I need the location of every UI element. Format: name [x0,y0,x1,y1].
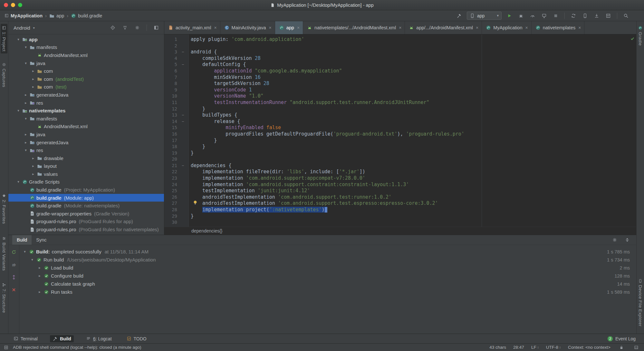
tree-row-build-gradle-module-app[interactable]: build.gradle(Module: app) [8,194,164,202]
tree-row-build-gradle-project-myapplication[interactable]: build.gradle(Project: MyApplication) [8,186,164,194]
fold-marker[interactable]: − [177,49,188,55]
restart-build-button[interactable] [10,248,18,256]
profile-button[interactable] [529,12,536,20]
attach-debugger-button[interactable] [540,12,548,20]
event-log-button[interactable]: 2 Event Log [608,336,636,341]
status-item-28-47[interactable]: 28:47 [513,345,524,350]
collapse-tree-button[interactable] [121,24,129,32]
toolwindow-button-7-structure[interactable]: 7: Structure [1,281,7,315]
tree-row-manifests[interactable]: ▾manifests [8,115,164,123]
run-configuration-selector[interactable]: app▾ [467,12,502,20]
toolwindow-button-build[interactable]: Build [50,335,74,342]
toolwindow-button-1-project[interactable]: 1: Project [1,24,7,53]
tree-row-generatedjava[interactable]: ▸generatedJava [8,138,164,147]
chevron-right-icon[interactable]: ▸ [24,132,28,137]
tree-row-androidmanifest-xml[interactable]: AndroidManifest.xml [8,51,164,59]
breadcrumb-item-myapplication[interactable]: MyApplication [5,13,43,18]
locate-file-button[interactable] [109,24,117,32]
editor[interactable]: 123−45−678910111213−14−15161718192021−22… [164,34,636,227]
code-line[interactable]: } [191,213,636,220]
tree-row-com-test[interactable]: ▸com(test) [8,83,164,91]
tree-row-nativetemplates[interactable]: ▾nativetemplates [8,107,164,115]
fold-marker[interactable]: − [177,119,188,125]
chevron-down-icon[interactable]: ▾ [16,180,21,184]
close-tab-icon[interactable]: × [269,25,271,30]
chevron-down-icon[interactable]: ▾ [24,61,28,65]
collapse-all-button[interactable] [623,236,631,244]
code-line[interactable]: release { [191,119,636,125]
code-line[interactable]: defaultConfig { [191,62,636,68]
chevron-down-icon[interactable]: ▾ [16,37,21,42]
code-line[interactable]: } [191,150,636,157]
toolwindow-button-device-file-explorer[interactable]: Device File Explorer [637,277,644,328]
editor-tab-nativetemplates-androidmanifest-xml[interactable]: nativetemplates/.../AndroidManifest.xml× [303,21,405,34]
chevron-down-icon[interactable]: ▾ [23,250,27,254]
chevron-right-icon[interactable]: ▸ [31,77,35,81]
editor-breadcrumb[interactable]: dependencies{} [191,228,223,233]
close-tab-icon[interactable]: × [578,25,581,30]
settings-button[interactable] [133,24,141,32]
tree-row-androidmanifest-xml[interactable]: AndroidManifest.xml [8,123,164,131]
run-button[interactable] [505,12,513,20]
build-tree-row[interactable]: ▾Run build/Users/jweisbaum/Desktop/MyApp… [19,256,636,264]
tree-row-drawable[interactable]: ▸drawable [8,154,164,162]
layout-inspector-button[interactable] [604,12,612,20]
toolwindow-button-gradle[interactable]: Gradle [637,24,644,48]
editor-tab-nativetemplates[interactable]: nativetemplates× [532,21,585,34]
build-tree-row[interactable]: ▾Build:completed successfullyat 11/5/18,… [19,248,636,256]
status-message[interactable]: ADB rejected shell command (logcat --hel… [13,345,141,350]
chevron-right-icon[interactable]: ▸ [31,69,35,73]
status-item-lf[interactable]: LF↕ [531,345,539,350]
intention-bulb-slot[interactable] [193,200,198,205]
code-line[interactable]: minSdkVersion 16 [191,74,636,81]
chevron-right-icon[interactable]: ▸ [37,290,42,294]
stop-button[interactable] [552,12,560,20]
code-line[interactable]: testInstrumentationRunner "android.suppo… [191,100,636,106]
code-line[interactable]: compileSdkVersion 28 [191,55,636,62]
tree-row-values[interactable]: ▸values [8,170,164,178]
chevron-right-icon[interactable]: ▸ [37,274,42,278]
chevron-right-icon[interactable]: ▸ [31,85,35,89]
tree-row-generatedjava[interactable]: ▸generatedJava [8,91,164,99]
hide-panel-button[interactable] [152,24,160,32]
tree-row-res[interactable]: ▾res [8,146,164,154]
chevron-right-icon[interactable]: ▸ [24,140,28,145]
editor-tab-app[interactable]: app× [275,21,303,34]
fold-marker[interactable]: − [177,163,188,169]
code-line[interactable]: buildTypes { [191,112,636,119]
code-line[interactable]: implementation project(':nativetemplates… [191,207,636,213]
filter-button[interactable]: ab [10,261,18,269]
sdk-manager-button[interactable] [593,12,601,20]
chevron-down-icon[interactable]: ▾ [24,117,28,121]
code-line[interactable] [191,156,636,163]
project-view-selector[interactable]: Android ▾ [14,25,35,31]
highlighting-level-button[interactable] [632,344,640,351]
build-tab-build[interactable]: Build [12,235,32,245]
close-tab-icon[interactable]: × [297,25,300,30]
code-line[interactable]: dependencies { [191,163,636,169]
tree-row-gradle-wrapper-properties-gradle-version[interactable]: gradle-wrapper.properties(Gradle Version… [8,210,164,218]
editor-tab-mainactivity-java[interactable]: CMainActivity.java× [220,21,275,34]
code-line[interactable]: applicationId "com.google.ads.myapplicat… [191,68,636,74]
breadcrumb-item-app[interactable]: app [49,13,64,18]
code-line[interactable]: apply plugin: 'com.android.application' [191,36,636,43]
device-manager-button[interactable] [581,12,589,20]
build-button[interactable] [455,12,463,20]
toolwindow-button-todo[interactable]: TODO [124,335,149,342]
toolwindow-button-build-variants[interactable]: Build Variants [1,234,7,273]
expand-all-button[interactable] [10,273,18,281]
code-line[interactable]: androidTestImplementation 'com.android.s… [191,200,636,207]
build-tree-row[interactable]: Calculate task graph14 ms [19,280,636,288]
tree-row-proguard-rules-pro-proguard-rules-for-nativetemplates[interactable]: proguard-rules.pro(ProGuard Rules for na… [8,225,164,233]
toolwindow-button-6-logcat[interactable]: 6: Logcat [83,335,114,342]
chevron-down-icon[interactable]: ▾ [30,258,34,262]
fold-marker[interactable]: − [177,62,188,68]
debug-button[interactable] [517,12,525,20]
tree-row-res[interactable]: ▸res [8,99,164,107]
chevron-down-icon[interactable]: ▾ [24,148,28,152]
code-line[interactable] [191,43,636,49]
chevron-right-icon[interactable]: ▸ [37,266,42,270]
toolwindow-button-captures[interactable]: Captures [1,61,7,89]
tree-row-java[interactable]: ▸java [8,130,164,138]
code-line[interactable]: testImplementation 'junit:junit:4.12' [191,188,636,194]
